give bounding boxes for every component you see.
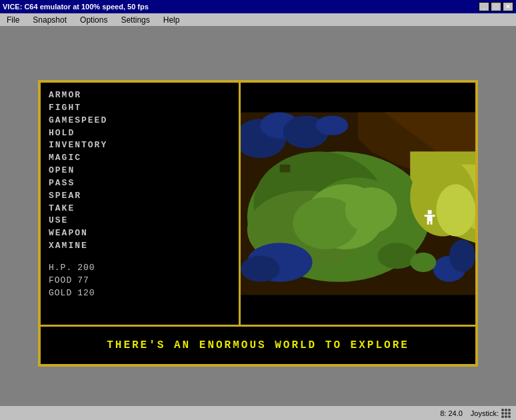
menu-options[interactable]: Options: [76, 14, 111, 26]
stats-section: H.P. 200 FOOD 77 GOLD 120: [49, 262, 231, 300]
map-svg: [241, 83, 475, 325]
hp-value: 200: [77, 262, 95, 275]
cmd-take: TAKE: [49, 203, 231, 215]
svg-point-18: [449, 239, 475, 272]
svg-rect-27: [427, 215, 433, 221]
status-bar: 8: 24.0 Joystick:: [0, 405, 516, 420]
svg-rect-29: [425, 215, 427, 217]
svg-rect-26: [371, 139, 385, 148]
joystick-status: Joystick:: [471, 409, 511, 418]
title-bar: VICE: C64 emulator at 100% speed, 50 fps…: [0, 0, 516, 13]
main-area: ARMOR FIGHT GAMESPEED HOLD INVENTORY MAG…: [0, 27, 516, 420]
stat-hp: H.P. 200: [49, 262, 231, 275]
svg-point-14: [436, 184, 475, 236]
game-window: ARMOR FIGHT GAMESPEED HOLD INVENTORY MAG…: [38, 80, 478, 367]
svg-point-24: [410, 253, 436, 272]
hp-label: H.P.: [49, 262, 72, 275]
food-label: FOOD: [49, 275, 72, 287]
cmd-weapon: WEAPON: [49, 227, 231, 240]
gold-label: GOLD: [49, 287, 72, 300]
dot-8: [505, 415, 507, 418]
food-value: 77: [77, 275, 89, 287]
title-bar-buttons: _ □ ✕: [479, 2, 513, 11]
gold-value: 120: [77, 287, 95, 300]
stat-food: FOOD 77: [49, 275, 231, 287]
message-text: THERE'S AN ENORMOUS WORLD TO EXPLORE: [107, 339, 409, 351]
cmd-gamespeed: GAMESPEED: [49, 115, 231, 127]
game-menu-panel: ARMOR FIGHT GAMESPEED HOLD INVENTORY MAG…: [41, 83, 241, 325]
cmd-spear: SPEAR: [49, 190, 231, 203]
menu-help[interactable]: Help: [159, 14, 184, 26]
game-map: [241, 83, 475, 325]
svg-point-10: [345, 187, 397, 233]
svg-rect-32: [431, 221, 433, 225]
svg-rect-30: [432, 215, 435, 217]
cmd-hold: HOLD: [49, 127, 231, 140]
cmd-xamine: XAMINE: [49, 240, 231, 253]
cmd-magic: MAGIC: [49, 152, 231, 165]
stat-gold: GOLD 120: [49, 287, 231, 300]
dot-4: [501, 412, 504, 415]
dot-6: [508, 412, 511, 415]
svg-rect-25: [280, 165, 291, 173]
cmd-use: USE: [49, 215, 231, 227]
menu-file[interactable]: File: [3, 14, 23, 26]
menu-settings[interactable]: Settings: [117, 14, 153, 26]
dot-1: [501, 409, 504, 411]
svg-rect-31: [427, 221, 429, 225]
game-message-bar: THERE'S AN ENORMOUS WORLD TO EXPLORE: [41, 327, 475, 364]
svg-rect-28: [428, 210, 432, 214]
dot-9: [508, 415, 511, 418]
menu-bar: File Snapshot Options Settings Help: [0, 13, 516, 27]
title-bar-text: VICE: C64 emulator at 100% speed, 50 fps: [3, 3, 149, 11]
cmd-fight: FIGHT: [49, 102, 231, 115]
dot-2: [505, 409, 507, 411]
dot-7: [501, 415, 504, 418]
svg-point-22: [315, 116, 348, 135]
maximize-button[interactable]: □: [491, 2, 501, 11]
cmd-armor: ARMOR: [49, 89, 231, 102]
dot-5: [505, 412, 507, 415]
cmd-inventory: INVENTORY: [49, 139, 231, 152]
speed-display: 8: 24.0: [440, 409, 463, 417]
close-button[interactable]: ✕: [503, 2, 513, 11]
cmd-pass: PASS: [49, 177, 231, 190]
cmd-open: OPEN: [49, 165, 231, 177]
svg-point-16: [241, 256, 280, 282]
joystick-dots: [501, 409, 511, 418]
dot-3: [508, 409, 511, 411]
menu-snapshot[interactable]: Snapshot: [29, 14, 71, 26]
command-list: ARMOR FIGHT GAMESPEED HOLD INVENTORY MAG…: [49, 89, 231, 253]
game-top: ARMOR FIGHT GAMESPEED HOLD INVENTORY MAG…: [41, 83, 475, 327]
minimize-button[interactable]: _: [479, 2, 489, 11]
joystick-label: Joystick:: [471, 409, 499, 417]
